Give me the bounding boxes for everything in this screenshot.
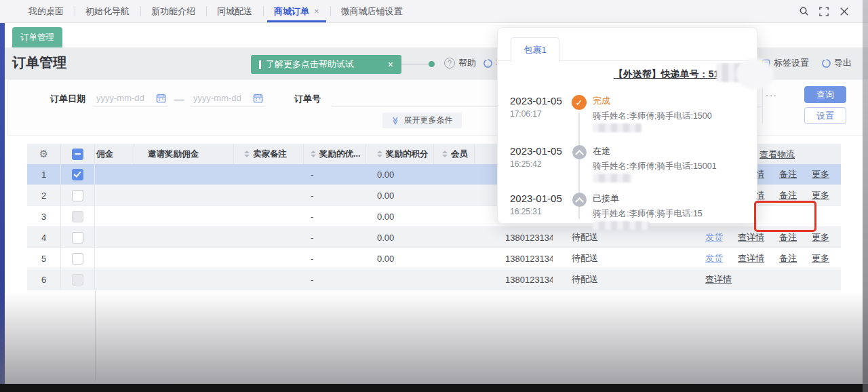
- tour-close-icon[interactable]: ×: [388, 59, 393, 70]
- cell-index: 4: [27, 227, 61, 248]
- top-tab-label: 我的桌面: [28, 5, 64, 18]
- gear-icon[interactable]: ⚙: [39, 148, 48, 160]
- expand-more-button[interactable]: ≫ 展开更多条件: [382, 113, 462, 128]
- top-tab-label: 新功能介绍: [151, 5, 195, 18]
- settings-button[interactable]: 设置: [804, 107, 846, 124]
- header-cell-seller_remark[interactable]: 卖家备注: [234, 144, 304, 164]
- question-icon: ?: [444, 58, 455, 68]
- sort-down-icon: [377, 155, 382, 157]
- cell-seller_remark: [234, 248, 304, 269]
- cell-actions: 发货查详情备注更多: [698, 248, 841, 269]
- order-no-input[interactable]: [332, 92, 497, 107]
- action-link[interactable]: 备注: [779, 168, 797, 180]
- logistics-timeline: 2023-01-0517:06:17✓完成骑手姓名:李师傅;骑手电话:15002…: [510, 92, 749, 219]
- action-link[interactable]: 备注: [779, 189, 797, 201]
- action-link[interactable]: 更多: [812, 252, 829, 264]
- action-link[interactable]: 备注: [779, 231, 797, 243]
- top-tab-6[interactable]: 微商城店铺设置: [330, 0, 414, 22]
- top-tab-4[interactable]: 同城配送: [206, 0, 263, 22]
- cell-commission: [95, 206, 134, 227]
- action-ship[interactable]: 发货: [705, 252, 723, 264]
- cell-index: 3: [27, 206, 61, 227]
- cell-reward_points: 0.00: [366, 206, 434, 227]
- row-checkbox[interactable]: [72, 190, 83, 201]
- tab-package-1[interactable]: 包裹1: [511, 37, 559, 62]
- cell-select: [61, 248, 95, 269]
- tab-separator: [140, 6, 141, 16]
- action-link[interactable]: 查详情: [738, 252, 764, 264]
- timeline-icon-cell: ✓: [566, 95, 593, 133]
- fullscreen-icon[interactable]: [818, 5, 830, 18]
- timeline-status: 已接单: [593, 193, 749, 205]
- top-tab-5[interactable]: 商城订单×: [263, 0, 330, 22]
- calendar-icon[interactable]: [156, 93, 166, 103]
- row-checkbox[interactable]: [72, 253, 83, 264]
- header-cell-reward_points[interactable]: 奖励的积分: [366, 144, 434, 164]
- cell-invite_commission: [134, 248, 234, 269]
- top-tab-1[interactable]: 我的桌面: [18, 0, 75, 22]
- timeline-item-1: 2023-01-0517:06:17✓完成骑手姓名:李师傅;骑手电话:1500: [510, 95, 749, 133]
- timeline-icon-cell: [566, 193, 593, 231]
- module-tab-order-management[interactable]: 订单管理: [12, 27, 62, 47]
- date-from-input[interactable]: [95, 92, 156, 104]
- cell-select: [61, 185, 95, 205]
- row-actions: 发货查详情备注更多: [698, 252, 829, 264]
- left-edge-strip: [0, 22, 5, 384]
- row-checkbox[interactable]: [72, 232, 83, 243]
- cell-member: [434, 269, 475, 290]
- tour-banner: 了解更多点击帮助试试 ×: [251, 55, 401, 74]
- action-link[interactable]: 更多: [812, 168, 829, 180]
- logistics-popup: 包裹1 【外送帮】快递单号：518 2023-01-0517:06:17✓完成骑…: [497, 27, 757, 224]
- sort-carets[interactable]: [244, 151, 250, 157]
- tab-separator: [206, 6, 207, 16]
- cell-member: [434, 206, 475, 227]
- cell-reward_coupon: -: [304, 269, 366, 290]
- export-button[interactable]: 导出: [822, 57, 852, 69]
- sort-carets[interactable]: [442, 151, 448, 157]
- censor-blob: [736, 58, 774, 90]
- date-to-input[interactable]: [192, 92, 253, 104]
- date-from-field: [94, 91, 167, 107]
- query-button[interactable]: 查询: [804, 86, 846, 103]
- header-cell-member[interactable]: 会员: [434, 144, 475, 164]
- calendar-icon[interactable]: [253, 93, 263, 103]
- help-button[interactable]: ? 帮助: [444, 57, 476, 69]
- top-tab-2[interactable]: 初始化导航: [75, 0, 140, 22]
- timeline-text: 完成骑手姓名:李师傅;骑手电话:1500: [593, 95, 749, 133]
- cell-commission: [95, 269, 134, 290]
- header-cell-select[interactable]: [61, 144, 95, 164]
- sort-carets[interactable]: [311, 151, 316, 157]
- more-filters-ellipsis[interactable]: ...: [766, 87, 778, 98]
- action-link[interactable]: 更多: [812, 189, 829, 201]
- cell-reward_coupon: -: [304, 227, 366, 248]
- timeline-item-2: 2023-01-0516:25:42在途骑手姓名:李师傅;骑手电话:15001: [510, 145, 749, 183]
- action-link[interactable]: 查详情: [738, 231, 764, 243]
- select-all-checkbox[interactable]: [72, 149, 83, 160]
- tour-banner-text: 了解更多点击帮助试试: [266, 58, 354, 71]
- search-icon[interactable]: [797, 5, 810, 18]
- cell-member: [434, 164, 475, 184]
- action-view-logistics[interactable]: 查看物流: [760, 149, 795, 161]
- action-link[interactable]: 更多: [812, 231, 829, 243]
- close-icon[interactable]: [838, 5, 850, 18]
- top-tab-3[interactable]: 新功能介绍: [140, 0, 206, 22]
- cell-index: 2: [27, 185, 61, 205]
- action-link[interactable]: 查详情: [705, 273, 732, 286]
- video-bottom-bar: [0, 384, 868, 392]
- cell-commission: [95, 164, 134, 184]
- sort-carets[interactable]: [377, 151, 382, 157]
- tab-close-icon[interactable]: ×: [314, 6, 319, 16]
- header-label: 会员: [451, 149, 468, 160]
- timeline-detail: 骑手姓名:李师傅;骑手电话:1500: [593, 111, 749, 133]
- timeline-datetime: 2023-01-0516:25:42: [510, 145, 566, 183]
- cell-select: [61, 164, 95, 184]
- action-ship[interactable]: 发货: [705, 231, 723, 243]
- cell-invite_commission: [134, 206, 234, 227]
- row-checkbox[interactable]: [72, 169, 83, 180]
- cell-member: [434, 185, 475, 205]
- header-cell-index[interactable]: ⚙: [27, 144, 61, 164]
- cell-index: 6: [27, 269, 61, 290]
- header-cell-reward_coupon[interactable]: 奖励的优...: [304, 144, 366, 164]
- action-link[interactable]: 备注: [779, 252, 797, 264]
- chevron-glyph: [575, 197, 584, 206]
